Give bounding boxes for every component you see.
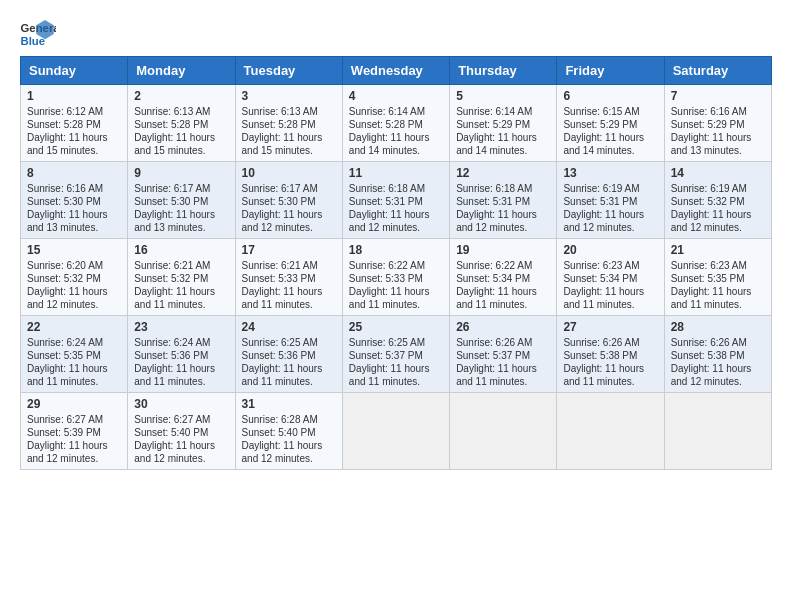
day-number: 24 <box>242 320 336 334</box>
day-info: Sunset: 5:37 PM <box>349 349 443 362</box>
calendar-cell: 28Sunrise: 6:26 AMSunset: 5:38 PMDayligh… <box>664 316 771 393</box>
day-info: Sunrise: 6:17 AM <box>242 182 336 195</box>
day-number: 19 <box>456 243 550 257</box>
calendar-cell: 13Sunrise: 6:19 AMSunset: 5:31 PMDayligh… <box>557 162 664 239</box>
day-info: Sunrise: 6:21 AM <box>134 259 228 272</box>
day-number: 14 <box>671 166 765 180</box>
day-info: Sunset: 5:30 PM <box>242 195 336 208</box>
day-info: Sunrise: 6:16 AM <box>671 105 765 118</box>
day-header-monday: Monday <box>128 57 235 85</box>
day-number: 7 <box>671 89 765 103</box>
day-info: and 12 minutes. <box>134 452 228 465</box>
day-number: 2 <box>134 89 228 103</box>
day-info: Sunset: 5:40 PM <box>242 426 336 439</box>
calendar-cell: 16Sunrise: 6:21 AMSunset: 5:32 PMDayligh… <box>128 239 235 316</box>
day-number: 30 <box>134 397 228 411</box>
day-info: and 11 minutes. <box>242 298 336 311</box>
day-info: and 12 minutes. <box>242 221 336 234</box>
day-info: and 12 minutes. <box>456 221 550 234</box>
day-info: Sunrise: 6:14 AM <box>349 105 443 118</box>
calendar-cell: 9Sunrise: 6:17 AMSunset: 5:30 PMDaylight… <box>128 162 235 239</box>
day-info: Sunset: 5:28 PM <box>27 118 121 131</box>
day-info: Sunrise: 6:24 AM <box>134 336 228 349</box>
day-info: Daylight: 11 hours <box>349 208 443 221</box>
calendar-cell: 12Sunrise: 6:18 AMSunset: 5:31 PMDayligh… <box>450 162 557 239</box>
day-info: Sunset: 5:30 PM <box>27 195 121 208</box>
day-info: Sunrise: 6:16 AM <box>27 182 121 195</box>
day-info: Sunset: 5:35 PM <box>27 349 121 362</box>
day-info: Sunrise: 6:26 AM <box>456 336 550 349</box>
day-info: Sunset: 5:29 PM <box>456 118 550 131</box>
calendar-cell: 5Sunrise: 6:14 AMSunset: 5:29 PMDaylight… <box>450 85 557 162</box>
calendar-cell: 25Sunrise: 6:25 AMSunset: 5:37 PMDayligh… <box>342 316 449 393</box>
day-info: Sunrise: 6:27 AM <box>27 413 121 426</box>
day-info: Daylight: 11 hours <box>456 131 550 144</box>
calendar-cell: 27Sunrise: 6:26 AMSunset: 5:38 PMDayligh… <box>557 316 664 393</box>
day-number: 17 <box>242 243 336 257</box>
calendar-cell: 1Sunrise: 6:12 AMSunset: 5:28 PMDaylight… <box>21 85 128 162</box>
day-info: Sunset: 5:34 PM <box>456 272 550 285</box>
day-info: Daylight: 11 hours <box>349 285 443 298</box>
calendar-cell <box>450 393 557 470</box>
day-info: and 11 minutes. <box>242 375 336 388</box>
day-info: Sunset: 5:36 PM <box>242 349 336 362</box>
day-info: and 12 minutes. <box>671 221 765 234</box>
day-number: 8 <box>27 166 121 180</box>
day-info: Sunrise: 6:25 AM <box>349 336 443 349</box>
day-info: Daylight: 11 hours <box>242 285 336 298</box>
calendar-week-3: 15Sunrise: 6:20 AMSunset: 5:32 PMDayligh… <box>21 239 772 316</box>
day-info: and 11 minutes. <box>134 298 228 311</box>
day-info: Daylight: 11 hours <box>456 285 550 298</box>
day-number: 4 <box>349 89 443 103</box>
day-number: 26 <box>456 320 550 334</box>
calendar-cell: 29Sunrise: 6:27 AMSunset: 5:39 PMDayligh… <box>21 393 128 470</box>
day-info: Daylight: 11 hours <box>563 208 657 221</box>
calendar-cell: 11Sunrise: 6:18 AMSunset: 5:31 PMDayligh… <box>342 162 449 239</box>
day-info: Daylight: 11 hours <box>671 285 765 298</box>
day-info: Sunrise: 6:27 AM <box>134 413 228 426</box>
day-info: and 15 minutes. <box>27 144 121 157</box>
day-number: 23 <box>134 320 228 334</box>
day-info: Daylight: 11 hours <box>134 362 228 375</box>
page-header: General Blue <box>20 20 772 48</box>
day-number: 11 <box>349 166 443 180</box>
day-info: and 12 minutes. <box>27 452 121 465</box>
calendar-cell: 20Sunrise: 6:23 AMSunset: 5:34 PMDayligh… <box>557 239 664 316</box>
day-info: and 11 minutes. <box>349 375 443 388</box>
day-info: Daylight: 11 hours <box>27 285 121 298</box>
day-info: Sunset: 5:31 PM <box>563 195 657 208</box>
calendar-cell: 31Sunrise: 6:28 AMSunset: 5:40 PMDayligh… <box>235 393 342 470</box>
day-info: Sunset: 5:34 PM <box>563 272 657 285</box>
day-info: and 13 minutes. <box>671 144 765 157</box>
calendar-cell: 18Sunrise: 6:22 AMSunset: 5:33 PMDayligh… <box>342 239 449 316</box>
day-info: Sunrise: 6:18 AM <box>456 182 550 195</box>
day-info: Daylight: 11 hours <box>27 362 121 375</box>
day-info: Sunrise: 6:14 AM <box>456 105 550 118</box>
day-info: and 11 minutes. <box>349 298 443 311</box>
day-number: 12 <box>456 166 550 180</box>
day-info: Sunset: 5:35 PM <box>671 272 765 285</box>
day-info: and 11 minutes. <box>456 298 550 311</box>
calendar-cell <box>664 393 771 470</box>
calendar-cell: 26Sunrise: 6:26 AMSunset: 5:37 PMDayligh… <box>450 316 557 393</box>
day-info: Sunset: 5:28 PM <box>242 118 336 131</box>
day-info: and 11 minutes. <box>671 298 765 311</box>
day-number: 18 <box>349 243 443 257</box>
calendar-cell: 23Sunrise: 6:24 AMSunset: 5:36 PMDayligh… <box>128 316 235 393</box>
day-info: Sunrise: 6:13 AM <box>134 105 228 118</box>
day-number: 6 <box>563 89 657 103</box>
day-info: Sunset: 5:29 PM <box>563 118 657 131</box>
calendar-cell: 21Sunrise: 6:23 AMSunset: 5:35 PMDayligh… <box>664 239 771 316</box>
day-number: 29 <box>27 397 121 411</box>
day-info: Daylight: 11 hours <box>242 439 336 452</box>
day-number: 27 <box>563 320 657 334</box>
day-number: 3 <box>242 89 336 103</box>
day-info: Sunrise: 6:19 AM <box>563 182 657 195</box>
calendar-cell: 3Sunrise: 6:13 AMSunset: 5:28 PMDaylight… <box>235 85 342 162</box>
day-header-saturday: Saturday <box>664 57 771 85</box>
day-info: Sunset: 5:36 PM <box>134 349 228 362</box>
calendar-cell: 15Sunrise: 6:20 AMSunset: 5:32 PMDayligh… <box>21 239 128 316</box>
calendar-cell: 6Sunrise: 6:15 AMSunset: 5:29 PMDaylight… <box>557 85 664 162</box>
day-header-tuesday: Tuesday <box>235 57 342 85</box>
day-number: 20 <box>563 243 657 257</box>
